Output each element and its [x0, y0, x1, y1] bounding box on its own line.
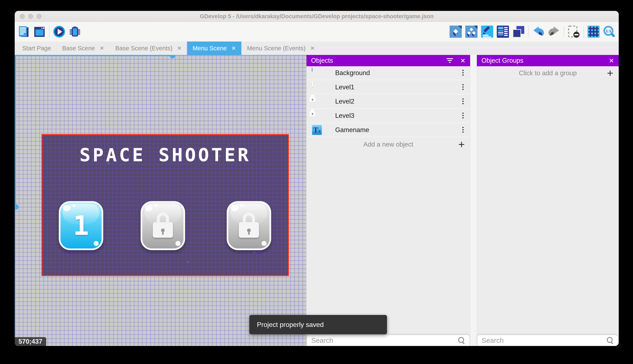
object-groups-panel: Object Groups ✕ Click to add a group +	[477, 55, 619, 346]
object-groups-panel-header: Object Groups ✕	[477, 55, 619, 66]
tab-menu-scene[interactable]: Menu Scene✕	[187, 42, 241, 55]
tab-close-icon[interactable]: ✕	[310, 45, 315, 52]
instances-list-icon[interactable]	[497, 26, 509, 38]
project-manager-icon[interactable]	[18, 26, 30, 38]
gamename-text-instance[interactable]: SPACE SHOOTER	[43, 144, 288, 166]
tab-base-scene-events[interactable]: Base Scene (Events)✕	[110, 42, 187, 55]
objects-panel-title: Objects	[311, 57, 446, 64]
properties-editor-icon[interactable]	[481, 26, 493, 38]
redo-icon[interactable]	[548, 26, 560, 38]
grid-icon[interactable]	[587, 26, 600, 38]
tab-menu-scene-events[interactable]: Menu Scene (Events)✕	[241, 42, 320, 55]
lock-icon	[239, 212, 259, 238]
level1-button-instance[interactable]: 1	[59, 201, 103, 250]
kebab-menu-icon[interactable]	[462, 98, 464, 105]
plus-icon: +	[458, 139, 465, 150]
start-page-icon[interactable]	[33, 26, 46, 38]
tab-close-icon[interactable]: ✕	[231, 45, 236, 52]
tab-close-icon[interactable]: ✕	[100, 45, 104, 52]
window-title: GDevelop 5 - /Users/dkarakay/Documents/G…	[15, 11, 619, 22]
svg-text:1:1: 1:1	[606, 29, 611, 33]
cursor-coordinates: 570;437	[15, 337, 46, 346]
groups-search-input[interactable]	[482, 336, 607, 344]
kebab-menu-icon[interactable]	[462, 70, 464, 76]
kebab-menu-icon[interactable]	[462, 127, 464, 133]
close-icon[interactable]: ✕	[460, 57, 466, 64]
scene-window-border[interactable]: SPACE SHOOTER 1	[42, 134, 289, 276]
scene-canvas[interactable]: SPACE SHOOTER 1 570;	[15, 55, 306, 346]
title-bar: GDevelop 5 - /Users/dkarakay/Documents/G…	[15, 11, 619, 22]
play-preview-icon[interactable]	[53, 26, 65, 38]
save-toast: Project properly saved	[249, 315, 387, 334]
objects-editor-icon[interactable]	[450, 26, 462, 38]
object-groups-panel-title: Object Groups	[481, 57, 602, 64]
level3-thumbnail	[312, 111, 322, 121]
level2-thumbnail	[312, 96, 322, 106]
objects-panel: Objects ✕ Background 1 Level1 Level2	[306, 55, 470, 346]
level3-button-instance[interactable]	[227, 201, 271, 250]
vscroll-knob[interactable]	[15, 204, 19, 210]
editor-tabs: Start Page Base Scene✕ Base Scene (Event…	[15, 42, 619, 55]
main-toolbar: 1:1	[15, 22, 619, 42]
editor-content: SPACE SHOOTER 1 570;	[15, 55, 619, 346]
objects-panel-header: Objects ✕	[306, 55, 470, 66]
tab-start-page[interactable]: Start Page	[17, 42, 57, 55]
search-icon[interactable]	[458, 337, 465, 344]
lock-icon	[153, 212, 173, 238]
filter-icon[interactable]	[446, 58, 453, 63]
layers-editor-icon[interactable]	[512, 26, 525, 38]
window-mask-icon[interactable]	[568, 26, 580, 38]
hscroll-knob[interactable]	[170, 55, 175, 58]
toolbar-separator	[583, 26, 584, 38]
close-icon[interactable]: ✕	[609, 57, 614, 64]
panel-divider	[470, 55, 477, 346]
object-row-gamename[interactable]: Tx Gamename	[306, 123, 470, 137]
object-row-level2[interactable]: Level2	[306, 95, 470, 108]
toolbar-separator	[49, 26, 50, 38]
object-groups-editor-icon[interactable]	[465, 26, 477, 38]
object-row-background[interactable]: Background	[306, 66, 470, 80]
add-new-object-button[interactable]: Add a new object +	[306, 138, 470, 152]
zoom-1-1-icon[interactable]: 1:1	[603, 26, 615, 38]
kebab-menu-icon[interactable]	[462, 84, 464, 90]
gamename-thumbnail: Tx	[312, 125, 322, 135]
object-row-level3[interactable]: Level3	[306, 109, 470, 123]
tab-close-icon[interactable]: ✕	[177, 45, 182, 52]
toolbar-separator	[528, 26, 529, 38]
objects-search-input[interactable]	[311, 336, 458, 344]
undo-icon[interactable]	[532, 26, 544, 38]
objects-search-bar	[307, 335, 470, 346]
object-row-level1[interactable]: 1 Level1	[306, 80, 470, 94]
level2-button-instance[interactable]	[141, 201, 185, 250]
canvas-vertical-scrollbar[interactable]	[15, 55, 16, 346]
canvas-horizontal-scrollbar[interactable]	[15, 55, 306, 56]
gdevelop-window: GDevelop 5 - /Users/dkarakay/Documents/G…	[15, 11, 619, 346]
debug-icon[interactable]	[69, 26, 81, 38]
search-icon[interactable]	[607, 337, 614, 344]
background-thumbnail	[312, 68, 322, 78]
groups-search-bar	[477, 335, 618, 346]
level1-thumbnail: 1	[312, 82, 322, 92]
kebab-menu-icon[interactable]	[462, 112, 464, 119]
tab-base-scene[interactable]: Base Scene✕	[57, 42, 110, 55]
add-group-button[interactable]: Click to add a group +	[477, 66, 619, 80]
plus-icon: +	[607, 68, 613, 79]
toolbar-separator	[564, 26, 564, 38]
